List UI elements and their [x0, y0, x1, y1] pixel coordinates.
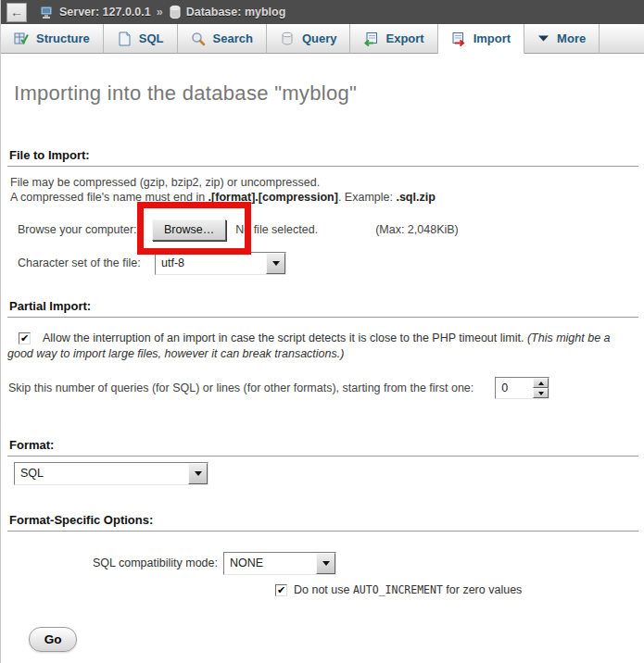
- dropdown-arrow-icon: [272, 261, 280, 266]
- allow-interruption-row: ✔Allow the interruption of an import in …: [7, 331, 637, 362]
- back-button[interactable]: ←: [6, 3, 27, 22]
- charset-row: Character set of the file: utf-8: [18, 251, 637, 275]
- spinner-down-icon: [538, 392, 544, 395]
- file-to-import-heading: File to Import:: [7, 148, 638, 167]
- format-select[interactable]: SQL: [14, 462, 208, 485]
- server-label: Server: 127.0.0.1: [59, 6, 151, 19]
- breadcrumb-separator: »: [157, 6, 163, 19]
- partial-import-heading: Partial Import:: [7, 299, 638, 318]
- skip-queries-spinner: [533, 378, 549, 398]
- charset-select[interactable]: utf-8: [155, 252, 286, 275]
- spinner-down-button[interactable]: [533, 388, 549, 398]
- tab-bar-filler: [600, 24, 644, 54]
- charset-label: Character set of the file:: [18, 256, 155, 269]
- tab-import[interactable]: Import: [438, 24, 524, 54]
- format-select-button[interactable]: [188, 463, 208, 484]
- max-upload-size: (Max: 2,048KiB): [375, 223, 459, 236]
- tab-search-label: Search: [213, 31, 253, 45]
- sql-compatibility-label: SQL compatibility mode:: [1, 557, 223, 569]
- dropdown-arrow-icon: [195, 471, 202, 476]
- file-import-description: File may be compressed (gzip, bzip2, zip…: [10, 176, 637, 205]
- browse-row: Browse your computer: Browse… No file se…: [18, 217, 637, 243]
- tab-export[interactable]: Export: [350, 24, 437, 54]
- skip-queries-value: 0: [496, 378, 533, 398]
- format-specific-options-heading: Format-Specific Options:: [7, 513, 638, 532]
- tab-search[interactable]: Search: [178, 24, 267, 54]
- server-icon: [40, 5, 55, 19]
- breadcrumb-bar: ← Server: 127.0.0.1 » Database: myblog: [1, 0, 644, 24]
- format-selected-value: SQL: [15, 463, 188, 484]
- spinner-up-button[interactable]: [533, 378, 549, 388]
- tab-more[interactable]: More: [524, 24, 600, 54]
- import-content: Importing into the database "myblog" Fil…: [1, 81, 644, 652]
- tab-sql-label: SQL: [139, 31, 164, 45]
- tab-query[interactable]: Query: [267, 24, 351, 54]
- skip-queries-input[interactable]: 0: [495, 377, 549, 399]
- tab-export-label: Export: [385, 31, 423, 45]
- sql-icon: [117, 31, 132, 46]
- tab-structure[interactable]: Structure: [1, 24, 104, 54]
- export-icon: [363, 31, 378, 46]
- skip-queries-label: Skip this number of queries (for SQL) or…: [8, 382, 474, 394]
- sql-compatibility-value: NONE: [224, 553, 316, 574]
- tab-import-label: Import: [474, 31, 511, 45]
- page-title: Importing into the database "myblog": [14, 81, 644, 106]
- tab-sql[interactable]: SQL: [104, 24, 178, 54]
- structure-icon: [14, 31, 29, 46]
- database-label: Database: myblog: [186, 6, 286, 19]
- database-icon: [169, 5, 182, 19]
- tab-query-label: Query: [302, 31, 337, 45]
- format-heading: Format:: [7, 438, 638, 457]
- chevron-down-icon: [537, 34, 549, 43]
- browse-label: Browse your computer:: [18, 223, 152, 236]
- skip-queries-row: Skip this number of queries (for SQL) or…: [8, 377, 637, 399]
- no-file-selected-text: No file selected.: [235, 223, 318, 236]
- database-breadcrumb[interactable]: Database: myblog: [169, 5, 286, 19]
- allow-interruption-checkbox[interactable]: ✔: [19, 332, 31, 344]
- compression-note: File may be compressed (gzip, bzip2, zip…: [10, 176, 637, 191]
- sql-compatibility-select-button[interactable]: [316, 553, 335, 574]
- import-icon: [451, 31, 466, 46]
- dropdown-arrow-icon: [322, 561, 330, 566]
- query-icon: [280, 31, 295, 46]
- tab-bar: Structure SQL Search Query: [1, 24, 644, 54]
- browse-button[interactable]: Browse…: [152, 219, 226, 241]
- file-name-note: A compressed file's name must end in .[f…: [10, 191, 637, 206]
- sql-compatibility-select[interactable]: NONE: [223, 552, 336, 575]
- server-breadcrumb[interactable]: Server: 127.0.0.1: [40, 5, 151, 19]
- charset-select-button[interactable]: [266, 253, 285, 274]
- sql-compatibility-row: SQL compatibility mode: NONE: [1, 551, 637, 575]
- search-icon: [191, 31, 206, 46]
- go-button[interactable]: Go: [29, 627, 77, 652]
- spinner-up-icon: [538, 382, 544, 385]
- auto-increment-label: Do not use AUTO_INCREMENT for zero value…: [294, 583, 522, 596]
- auto-increment-checkbox[interactable]: ✔: [275, 584, 287, 596]
- allow-interruption-label: Allow the interruption of an import in c…: [43, 332, 527, 344]
- auto-increment-row: ✔ Do not use AUTO_INCREMENT for zero val…: [275, 583, 637, 596]
- phpmyadmin-import-page: ← Server: 127.0.0.1 » Database: myblog: [0, 0, 644, 663]
- tab-structure-label: Structure: [36, 31, 90, 45]
- tab-more-label: More: [557, 31, 586, 45]
- charset-selected-value: utf-8: [156, 253, 266, 274]
